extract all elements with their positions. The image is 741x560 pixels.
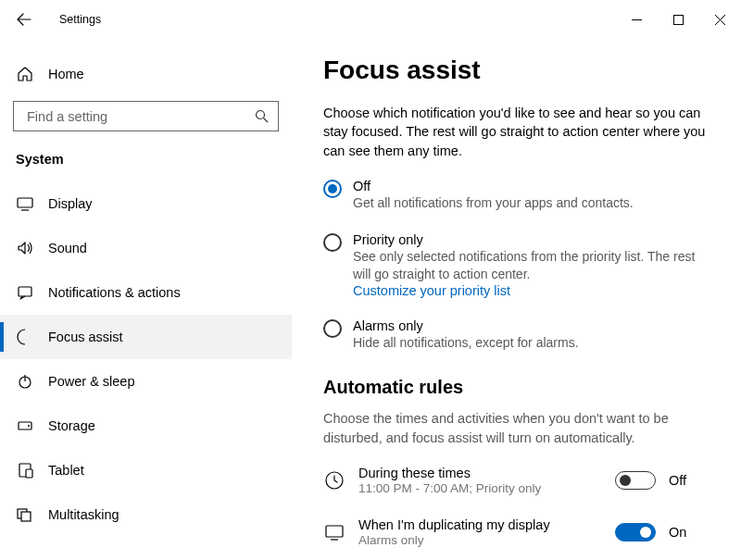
sidebar-item-tablet[interactable]: Tablet <box>0 448 292 492</box>
radio-indicator <box>323 180 342 198</box>
svg-rect-2 <box>18 198 32 207</box>
radio-indicator <box>323 233 342 252</box>
back-button[interactable] <box>17 0 37 39</box>
focus-assist-icon <box>16 328 34 346</box>
page-description: Choose which notification you'd like to … <box>323 104 715 160</box>
sound-icon <box>16 239 34 257</box>
rule-subtitle: 11:00 PM - 7:00 AM; Priority only <box>358 481 615 495</box>
rule-duplicating-display[interactable]: When I'm duplicating my display Alarms o… <box>323 517 715 547</box>
multitasking-icon <box>16 505 34 524</box>
sidebar-item-notifications[interactable]: Notifications & actions <box>0 270 292 315</box>
sidebar-item-label: Sound <box>48 241 87 255</box>
radio-off[interactable]: Off Get all notifications from your apps… <box>323 179 715 212</box>
arrow-left-icon <box>17 12 31 27</box>
close-button[interactable] <box>699 6 741 33</box>
rule-title: During these times <box>358 466 615 480</box>
radio-description: Hide all notifications, except for alarm… <box>353 334 579 352</box>
sidebar-item-sound[interactable]: Sound <box>0 226 292 270</box>
sidebar-item-label: Notifications & actions <box>48 285 181 300</box>
maximize-icon <box>673 15 684 25</box>
svg-rect-3 <box>19 287 31 296</box>
svg-rect-12 <box>326 526 343 537</box>
sidebar-item-storage[interactable]: Storage <box>0 404 292 448</box>
search-icon <box>254 109 269 124</box>
automatic-rules-description: Choose the times and activities when you… <box>323 409 715 447</box>
rule-title: When I'm duplicating my display <box>358 517 615 532</box>
radio-priority-only[interactable]: Priority only See only selected notifica… <box>323 232 715 298</box>
sidebar-item-label: Tablet <box>48 463 84 478</box>
sidebar-item-label: Storage <box>48 418 95 433</box>
home-label: Home <box>48 67 84 81</box>
page-title: Focus assist <box>323 56 715 85</box>
svg-rect-10 <box>21 512 31 521</box>
clock-icon <box>323 469 345 492</box>
display-icon <box>16 194 34 213</box>
radio-label: Alarms only <box>353 318 579 333</box>
search-input-wrap[interactable] <box>13 101 279 131</box>
sidebar-item-power[interactable]: Power & sleep <box>0 359 292 404</box>
power-icon <box>16 372 34 391</box>
window-title: Settings <box>59 13 101 26</box>
rule-subtitle: Alarms only <box>358 533 615 547</box>
close-icon <box>715 15 725 25</box>
radio-description: Get all notifications from your apps and… <box>353 194 634 212</box>
sidebar: Home System Display Sound <box>0 39 292 560</box>
maximize-button[interactable] <box>658 6 699 33</box>
svg-rect-0 <box>674 15 684 24</box>
home-icon <box>16 65 34 83</box>
minimize-button[interactable] <box>616 6 658 33</box>
sidebar-item-multitasking[interactable]: Multitasking <box>0 492 292 537</box>
radio-label: Priority only <box>353 232 715 247</box>
sidebar-item-label: Focus assist <box>48 330 123 344</box>
radio-indicator <box>323 319 342 338</box>
sidebar-category: System <box>16 152 292 167</box>
sidebar-item-display[interactable]: Display <box>0 181 292 226</box>
toggle-state-label: Off <box>669 473 686 488</box>
rule-during-times[interactable]: During these times 11:00 PM - 7:00 AM; P… <box>323 466 715 495</box>
sidebar-item-focus-assist[interactable]: Focus assist <box>0 315 292 359</box>
rules-list: During these times 11:00 PM - 7:00 AM; P… <box>323 466 715 547</box>
minimize-icon <box>632 15 642 25</box>
radio-description: See only selected notifications from the… <box>353 248 715 283</box>
sidebar-item-label: Multitasking <box>48 507 119 522</box>
search-input[interactable] <box>25 108 254 125</box>
svg-point-1 <box>256 111 264 119</box>
rule-toggle[interactable] <box>615 471 656 490</box>
main-content: Focus assist Choose which notification y… <box>292 39 741 560</box>
customize-priority-link[interactable]: Customize your priority list <box>353 283 715 298</box>
rule-toggle[interactable] <box>615 523 656 541</box>
svg-point-6 <box>28 425 30 427</box>
svg-rect-8 <box>26 469 32 478</box>
sidebar-item-label: Display <box>48 196 93 211</box>
notifications-icon <box>16 283 34 302</box>
storage-icon <box>16 417 34 435</box>
automatic-rules-title: Automatic rules <box>323 377 715 398</box>
display-icon <box>323 521 345 543</box>
home-nav[interactable]: Home <box>0 57 292 91</box>
toggle-state-label: On <box>669 525 686 540</box>
radio-label: Off <box>353 179 634 193</box>
tablet-icon <box>16 461 34 479</box>
radio-alarms-only[interactable]: Alarms only Hide all notifications, exce… <box>323 318 715 352</box>
sidebar-nav: Display Sound Notifications & actions Fo… <box>0 181 292 537</box>
sidebar-item-label: Power & sleep <box>48 374 135 389</box>
focus-mode-radio-group: Off Get all notifications from your apps… <box>323 179 715 352</box>
